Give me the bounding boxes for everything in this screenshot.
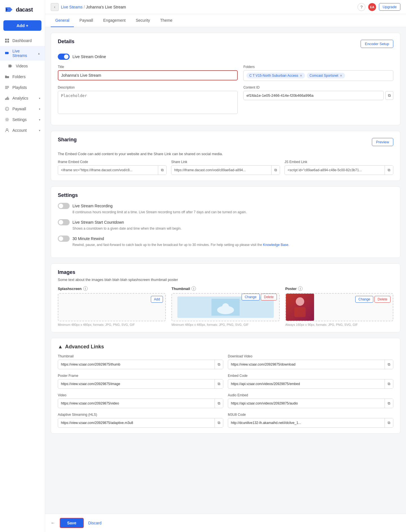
knowledge-base-link[interactable]: Knowledge Base. <box>263 243 289 247</box>
splashscreen-add-button[interactable]: Add <box>151 296 163 303</box>
countdown-toggle-track <box>58 219 70 225</box>
share-link-copy-button[interactable]: ⧉ <box>271 166 280 175</box>
help-button[interactable]: ? <box>358 3 365 11</box>
sharing-title: Sharing <box>58 137 77 143</box>
poster-change-button[interactable]: Change <box>355 296 373 303</box>
recording-toggle-track <box>58 203 70 209</box>
thumbnail-change-button[interactable]: Change <box>242 294 260 300</box>
poster-info-icon[interactable]: i <box>298 286 303 291</box>
countdown-toggle-thumb <box>59 220 63 225</box>
upgrade-button[interactable]: Upgrade <box>379 3 400 11</box>
sidebar-item-label-folders: Folders <box>12 74 40 79</box>
adv-label-embed-code: Embed Code <box>228 374 393 378</box>
adv-copy-m3u8-code[interactable]: ⧉ <box>385 418 393 427</box>
adv-field-poster-frame: Poster Frame ⧉ <box>58 374 223 389</box>
adv-copy-embed-code[interactable]: ⧉ <box>385 379 393 388</box>
sidebar-item-analytics[interactable]: Analytics ▾ <box>0 93 45 104</box>
tab-security[interactable]: Security <box>131 14 155 27</box>
adv-copy-thumbnail[interactable]: ⧉ <box>215 360 223 369</box>
iframe-copy-button[interactable]: ⧉ <box>158 166 166 175</box>
recording-toggle[interactable] <box>58 203 70 209</box>
rewind-toggle-track <box>58 236 70 242</box>
sidebar-item-label-videos: Videos <box>16 64 40 68</box>
tab-theme[interactable]: Theme <box>156 14 177 27</box>
svg-rect-14 <box>6 98 7 100</box>
folder-tag-label-0: C T V15-North Suburban Access <box>249 74 298 78</box>
details-title: Details <box>58 39 74 45</box>
description-textarea[interactable] <box>58 91 238 114</box>
sidebar-nav: Dashboard Live Streams ▲ Videos Folders <box>0 35 45 532</box>
folder-tags-container[interactable]: C T V15-North Suburban Access ✕ Comcast … <box>243 70 393 81</box>
sidebar-item-live-streams[interactable]: Live Streams ▲ <box>0 46 45 61</box>
thumbnail-image-placeholder <box>211 299 240 316</box>
add-button[interactable]: Add + <box>3 20 41 31</box>
countdown-toggle[interactable] <box>58 219 70 225</box>
sidebar-item-folders[interactable]: Folders <box>0 71 45 82</box>
adv-field-video: Video ⧉ <box>58 393 223 408</box>
preview-button[interactable]: Preview <box>372 138 393 146</box>
sidebar-item-settings[interactable]: Settings ▾ <box>0 114 45 125</box>
encoder-setup-button[interactable]: Encoder Setup <box>361 40 393 48</box>
recording-toggle-label: Live Stream Recording <box>72 204 112 208</box>
thumbnail-delete-button[interactable]: Delete <box>261 294 277 300</box>
adv-copy-poster-frame[interactable]: ⧉ <box>215 379 223 388</box>
adv-field-download-video: Download Video ⧉ <box>228 354 393 369</box>
thumbnail-info-icon[interactable]: i <box>191 286 196 291</box>
adv-copy-audio-embed[interactable]: ⧉ <box>385 399 393 408</box>
sharing-section: Sharing Preview The Embed Code can add c… <box>51 131 400 181</box>
folder-tag-remove-0[interactable]: ✕ <box>300 74 302 78</box>
sidebar-item-dashboard[interactable]: Dashboard <box>0 35 45 46</box>
copy-icon: ⧉ <box>388 93 391 98</box>
content-id-copy-button[interactable]: ⧉ <box>385 91 393 100</box>
splashscreen-info-icon[interactable]: i <box>83 286 88 291</box>
rewind-toggle-item: 30 Minute Rewind Rewind, pause, and fast… <box>58 236 393 247</box>
rewind-toggle[interactable] <box>58 236 70 242</box>
tabs-bar: General Paywall Engagement Security Them… <box>45 14 406 27</box>
poster-delete-button[interactable]: Delete <box>374 296 390 303</box>
tab-general[interactable]: General <box>51 14 74 27</box>
countdown-toggle-label: Live Stream Start Countdown <box>72 220 124 225</box>
thumbnail-label: Thumbnail i <box>171 286 279 291</box>
adv-copy-adaptive-streaming[interactable]: ⧉ <box>215 418 223 427</box>
adv-label-download-video: Download Video <box>228 354 393 358</box>
sidebar-item-label-playlists: Playlists <box>12 85 40 90</box>
title-label: Title <box>58 65 238 69</box>
recording-toggle-thumb <box>59 204 63 208</box>
user-avatar[interactable]: EA <box>368 3 376 11</box>
folders-icon <box>5 74 10 79</box>
svg-point-23 <box>222 303 229 310</box>
svg-rect-15 <box>7 97 8 100</box>
adv-label-thumbnail: Thumbnail <box>58 354 223 358</box>
live-stream-online-toggle[interactable] <box>58 54 70 60</box>
account-icon <box>5 128 10 133</box>
sidebar-item-playlists[interactable]: Playlists <box>0 82 45 93</box>
adv-field-audio-embed: Audio Embed ⧉ <box>228 393 393 408</box>
save-button[interactable]: Save <box>60 518 84 528</box>
sidebar-item-videos[interactable]: Videos <box>0 61 45 71</box>
sidebar-item-account[interactable]: Account ▾ <box>0 125 45 136</box>
adv-field-embed-code: Embed Code ⧉ <box>228 374 393 389</box>
title-input[interactable] <box>58 70 238 80</box>
advanced-links-section: ▲ Advanced Links Thumbnail ⧉ Download Vi… <box>51 338 400 434</box>
advanced-links-header[interactable]: ▲ Advanced Links <box>58 344 393 350</box>
folder-tag-remove-1[interactable]: ✕ <box>340 74 342 78</box>
sidebar-item-paywall[interactable]: $ Paywall ▾ <box>0 104 45 114</box>
adv-copy-video[interactable]: ⧉ <box>215 399 223 408</box>
back-button[interactable]: ‹ <box>51 3 59 11</box>
live-stream-online-label: Live Stream Online <box>72 54 106 59</box>
countdown-toggle-header: Live Stream Start Countdown <box>58 219 393 225</box>
poster-action-btns: Change Delete <box>355 296 390 303</box>
adv-copy-download-video[interactable]: ⧉ <box>385 360 393 369</box>
thumbnail-action-btns: Change Delete <box>242 294 277 300</box>
discard-button[interactable]: Discard <box>88 521 102 525</box>
settings-chevron: ▾ <box>39 118 40 121</box>
js-embed-label: JS Embed Link <box>284 160 393 164</box>
tab-paywall[interactable]: Paywall <box>75 14 98 27</box>
adv-input-embed-code <box>228 380 385 388</box>
js-embed-copy-button[interactable]: ⧉ <box>385 166 393 175</box>
breadcrumb-link[interactable]: Live Steams <box>61 5 83 9</box>
tab-engagement[interactable]: Engagement <box>99 14 130 27</box>
js-embed-col: JS Embed Link ⧉ <box>284 160 393 175</box>
folder-tag-1: Comcast Sportsnet ✕ <box>307 73 345 78</box>
sharing-description: The Embed Code can add content to your w… <box>58 152 393 156</box>
